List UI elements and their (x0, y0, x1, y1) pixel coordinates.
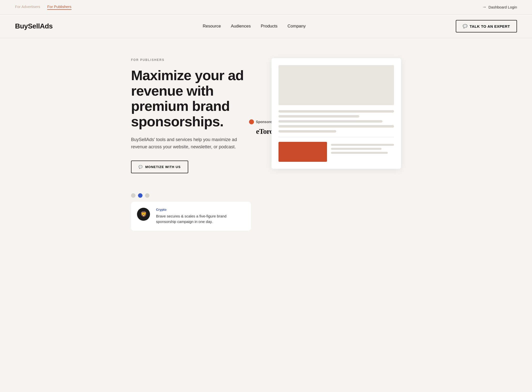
dashboard-login-link[interactable]: → Dashboard Login (482, 4, 517, 10)
testimonial-text: Brave secures & scales a five-figure bra… (156, 213, 245, 225)
sponsored-dot (249, 119, 254, 124)
talk-to-expert-label: TALK TO AN EXPERT (470, 24, 510, 28)
nav-links: Resource Audiences Products Company (203, 24, 306, 29)
logo[interactable]: BuySellAds (15, 22, 53, 30)
hero-left: FOR PUBLISHERS Maximize your ad revenue … (131, 58, 266, 173)
mockup-line-5 (278, 130, 336, 133)
mockup-image-placeholder (278, 65, 394, 105)
top-bar-advertisers-link[interactable]: For Advertisers (15, 4, 40, 10)
mockup-divider (278, 137, 394, 137)
mockup-bottom-row (278, 142, 394, 162)
mockup-line-2 (278, 115, 360, 118)
monetize-label: MONETIZE WITH US (145, 165, 181, 169)
main-nav: BuySellAds Resource Audiences Products C… (0, 14, 532, 38)
hero-title: Maximize your ad revenue with premium br… (131, 68, 256, 129)
svg-text:eToro: eToro (256, 127, 273, 135)
nav-company[interactable]: Company (288, 24, 306, 29)
mockup-ad-block (278, 142, 327, 162)
top-bar-links: For Advertisers For Publishers (15, 4, 72, 10)
chat-icon-2: 💬 (138, 165, 143, 169)
mockup-line-3 (278, 120, 382, 123)
hero-right: Sponsored by eToro (272, 58, 401, 169)
nav-resource[interactable]: Resource (203, 24, 221, 29)
testimonial-brand-icon: 🦁 (137, 208, 150, 221)
hero-subtitle: BuySellAds' tools and services help you … (131, 136, 241, 151)
carousel-dot-2[interactable] (138, 193, 142, 198)
testimonial-card: 🦁 Crypto Brave secures & scales a five-f… (131, 202, 251, 231)
login-arrow-icon: → (482, 4, 486, 10)
mockup-side-lines (331, 142, 394, 154)
monetize-with-us-button[interactable]: 💬 MONETIZE WITH US (131, 161, 188, 173)
nav-audiences[interactable]: Audiences (231, 24, 251, 29)
carousel-dots (131, 193, 401, 198)
mockup-side-line-2 (331, 148, 382, 150)
dashboard-login-label: Dashboard Login (488, 5, 517, 9)
mockup-side-line-3 (331, 152, 388, 154)
talk-to-expert-button[interactable]: 💬 TALK TO AN EXPERT (456, 20, 517, 32)
hero-section: FOR PUBLISHERS Maximize your ad revenue … (116, 38, 416, 188)
mockup-line-4 (278, 125, 394, 128)
chat-icon: 💬 (463, 24, 468, 28)
mockup-line-1 (278, 110, 394, 113)
top-bar-publishers-link[interactable]: For Publishers (47, 4, 72, 10)
mockup-card (272, 58, 401, 169)
carousel-dot-1[interactable] (131, 193, 136, 198)
testimonial-section: 🦁 Crypto Brave secures & scales a five-f… (116, 188, 416, 246)
carousel-dot-3[interactable] (145, 193, 150, 198)
nav-products[interactable]: Products (261, 24, 278, 29)
mockup-side-line-1 (331, 144, 394, 146)
hero-eyebrow: FOR PUBLISHERS (131, 58, 256, 62)
top-bar: For Advertisers For Publishers → Dashboa… (0, 0, 532, 14)
testimonial-content: Crypto Brave secures & scales a five-fig… (156, 208, 245, 225)
testimonial-category: Crypto (156, 208, 245, 211)
